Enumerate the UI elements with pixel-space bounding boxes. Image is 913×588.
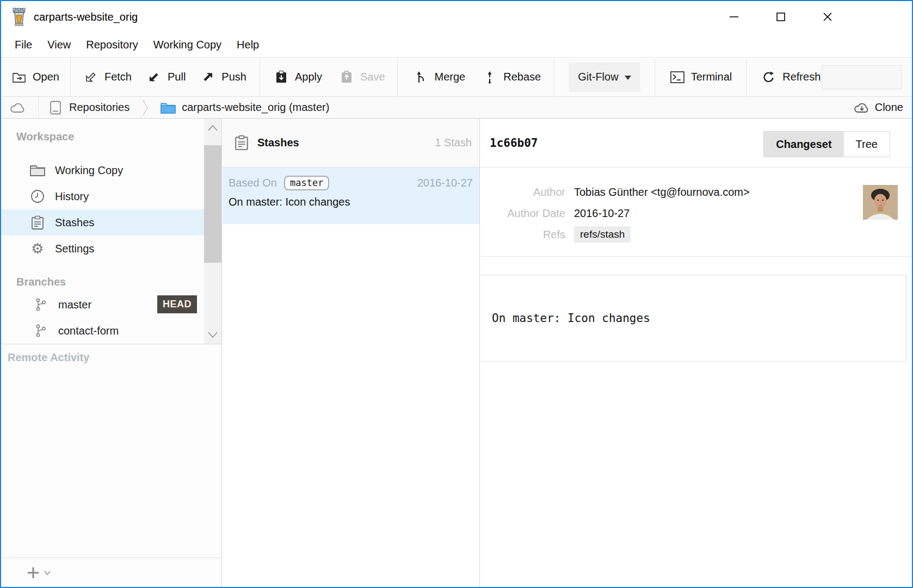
breadcrumb: Repositories carparts-website_orig (mast… [1, 97, 912, 119]
gitflow-caret-icon [625, 76, 631, 80]
sidebar-item-settings[interactable]: ⚙ Settings [1, 236, 205, 262]
toolbar-search-input[interactable] [822, 65, 902, 89]
scrollbar-down-arrow[interactable] [204, 326, 221, 343]
menu-help[interactable]: Help [229, 33, 267, 57]
stashes-clipboard-icon [29, 215, 46, 230]
toolbar-separator [655, 58, 655, 96]
toolbar-separator [554, 58, 554, 96]
pull-button[interactable]: Pull [146, 58, 186, 96]
rebase-icon [482, 71, 498, 84]
add-repository-button[interactable] [25, 566, 51, 579]
stash-branch-badge: master [284, 176, 329, 190]
sidebar: Workspace Working Copy Histor [1, 119, 222, 587]
sidebar-scrollbar[interactable] [204, 119, 221, 344]
toolbar: Open Fetch Pull [1, 57, 912, 97]
detail-panel: 1c66b07 Changeset Tree Author Tobias Gün… [480, 119, 912, 587]
rebase-button[interactable]: Rebase [482, 58, 541, 96]
stash-list-panel: Stashes 1 Stash Based On master 2016-10-… [223, 119, 480, 587]
detail-header: 1c66b07 Changeset Tree [480, 119, 912, 168]
author-label: Author [480, 186, 565, 199]
menu-view[interactable]: View [40, 33, 78, 57]
app-window: carparts-website_orig File View Reposito… [0, 0, 913, 588]
history-clock-icon [29, 189, 46, 203]
push-button[interactable]: Push [200, 58, 246, 96]
clone-cloud-download-icon [854, 101, 870, 114]
sidebar-footer [1, 558, 221, 587]
gear-icon: ⚙ [29, 242, 46, 256]
clone-button[interactable]: Clone [854, 101, 903, 114]
sidebar-section-remote-activity: Remote Activity [8, 351, 89, 364]
sidebar-divider [1, 344, 221, 344]
commit-details: Author Tobias Günther <tg@fournova.com> … [480, 168, 912, 257]
scrollbar-thumb[interactable] [204, 145, 221, 263]
menu-bar: File View Repository Working Copy Help [1, 33, 912, 57]
breadcrumb-current-repo[interactable]: carparts-website_orig (master) [160, 101, 329, 114]
tower-app-icon [11, 8, 27, 26]
detail-row-refs: Refs refs/stash [480, 226, 912, 243]
stash-list-header: Stashes 1 Stash [223, 119, 479, 168]
tab-tree[interactable]: Tree [844, 132, 890, 157]
commit-message-box: On master: Icon changes [480, 275, 906, 362]
chevron-down-icon [44, 570, 51, 575]
sidebar-item-branch-contact-form[interactable]: contact-form [1, 318, 205, 344]
based-on-label: Based On [229, 177, 277, 189]
apply-button[interactable]: Apply [273, 58, 322, 96]
terminal-icon [669, 71, 686, 83]
toolbar-separator [746, 58, 747, 96]
sidebar-item-working-copy[interactable]: Working Copy [1, 157, 205, 183]
save-stash-icon [338, 70, 355, 84]
terminal-button[interactable]: Terminal [669, 58, 732, 96]
merge-icon [413, 71, 429, 84]
menu-repository[interactable]: Repository [78, 33, 146, 57]
breadcrumb-repositories[interactable]: Repositories [47, 101, 129, 115]
window-title: carparts-website_orig [34, 1, 138, 33]
tab-changeset[interactable]: Changeset [764, 132, 843, 157]
pull-icon [146, 71, 162, 83]
author-date-value: 2016-10-27 [574, 207, 630, 220]
refresh-icon [761, 71, 777, 84]
title-bar: carparts-website_orig [1, 1, 912, 33]
stash-count: 1 Stash [435, 137, 472, 149]
sidebar-scroll-area: Workspace Working Copy Histor [1, 119, 205, 344]
toolbar-separator [397, 58, 398, 96]
fetch-icon [83, 71, 99, 83]
open-button[interactable]: Open [11, 58, 59, 96]
menu-file[interactable]: File [7, 33, 40, 57]
maximize-button[interactable] [774, 10, 787, 23]
repo-folder-icon [160, 102, 176, 114]
author-value: Tobias Günther <tg@fournova.com> [574, 186, 750, 199]
view-toggle: Changeset Tree [763, 131, 890, 157]
sidebar-item-stashes[interactable]: Stashes [1, 209, 205, 236]
sidebar-section-branches: Branches [16, 276, 205, 288]
detail-row-author: Author Tobias Günther <tg@fournova.com> [480, 184, 912, 200]
close-button[interactable] [821, 10, 834, 23]
repositories-drive-icon [47, 101, 64, 115]
refs-badge: refs/stash [574, 226, 631, 243]
gitflow-button[interactable]: Git-Flow [569, 63, 640, 92]
stash-list-item[interactable]: Based On master 2016-10-27 On master: Ic… [223, 168, 479, 224]
merge-button[interactable]: Merge [413, 58, 466, 96]
branch-icon [33, 298, 49, 312]
stash-list-title: Stashes [257, 137, 299, 149]
scrollbar-up-arrow[interactable] [204, 120, 221, 136]
detail-row-author-date: Author Date 2016-10-27 [480, 205, 912, 221]
commit-hash: 1c66b07 [490, 137, 538, 150]
head-badge: HEAD [157, 295, 197, 313]
apply-stash-icon [273, 70, 289, 84]
breadcrumb-chevron-icon [137, 99, 153, 116]
sidebar-section-workspace: Workspace [16, 131, 205, 143]
refresh-button[interactable]: Refresh [761, 58, 821, 96]
cloud-icon[interactable] [10, 102, 26, 114]
window-controls [727, 1, 834, 33]
toolbar-separator [260, 58, 260, 96]
toolbar-separator [70, 58, 71, 96]
minimize-button[interactable] [727, 10, 741, 23]
save-stash-button[interactable]: Save [338, 58, 385, 96]
branch-icon [33, 324, 49, 338]
working-copy-folder-icon [29, 164, 46, 177]
sidebar-item-history[interactable]: History [1, 183, 205, 209]
sidebar-item-branch-master[interactable]: master HEAD [1, 292, 205, 318]
menu-working-copy[interactable]: Working Copy [146, 33, 229, 57]
fetch-button[interactable]: Fetch [83, 58, 132, 96]
refs-label: Refs [480, 228, 565, 241]
